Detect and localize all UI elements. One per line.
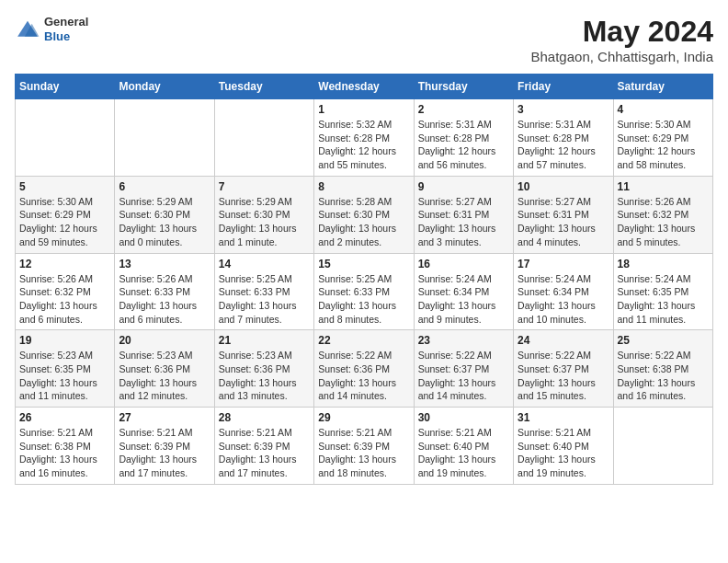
- logo-blue-text: Blue: [44, 29, 88, 44]
- day-info: Sunrise: 5:31 AMSunset: 6:28 PMDaylight:…: [518, 118, 609, 172]
- calendar-cell: 30Sunrise: 5:21 AMSunset: 6:40 PMDayligh…: [414, 408, 513, 485]
- calendar-week-4: 19Sunrise: 5:23 AMSunset: 6:35 PMDayligh…: [16, 330, 713, 408]
- calendar-cell: 4Sunrise: 5:30 AMSunset: 6:29 PMDaylight…: [613, 99, 712, 177]
- calendar-week-5: 26Sunrise: 5:21 AMSunset: 6:38 PMDayligh…: [16, 408, 713, 485]
- day-number: 10: [518, 180, 609, 193]
- day-info: Sunrise: 5:21 AMSunset: 6:40 PMDaylight:…: [418, 426, 509, 480]
- weekday-header-row: SundayMondayTuesdayWednesdayThursdayFrid…: [16, 75, 713, 99]
- day-info: Sunrise: 5:21 AMSunset: 6:40 PMDaylight:…: [518, 426, 609, 480]
- logo-general-text: General: [44, 15, 88, 29]
- calendar-cell: 7Sunrise: 5:29 AMSunset: 6:30 PMDaylight…: [214, 176, 313, 253]
- calendar-cell: 13Sunrise: 5:26 AMSunset: 6:33 PMDayligh…: [115, 253, 214, 330]
- day-number: 13: [119, 258, 210, 270]
- day-info: Sunrise: 5:25 AMSunset: 6:33 PMDaylight:…: [219, 272, 310, 327]
- logo-text: General Blue: [44, 15, 88, 43]
- logo-icon: [15, 17, 40, 42]
- calendar-cell: 20Sunrise: 5:23 AMSunset: 6:36 PMDayligh…: [115, 330, 214, 408]
- calendar-cell: 22Sunrise: 5:22 AMSunset: 6:36 PMDayligh…: [314, 330, 414, 408]
- weekday-header-sunday: Sunday: [16, 75, 115, 99]
- day-info: Sunrise: 5:27 AMSunset: 6:31 PMDaylight:…: [518, 195, 609, 249]
- title-section: May 2024 Bhatgaon, Chhattisgarh, India: [531, 15, 713, 64]
- day-number: 20: [119, 334, 210, 347]
- day-info: Sunrise: 5:23 AMSunset: 6:35 PMDaylight:…: [19, 349, 110, 403]
- calendar-cell: 14Sunrise: 5:25 AMSunset: 6:33 PMDayligh…: [214, 253, 313, 330]
- day-number: 30: [418, 411, 509, 424]
- day-number: 23: [418, 334, 509, 347]
- day-number: 4: [618, 103, 709, 116]
- calendar-cell: [115, 99, 214, 177]
- day-info: Sunrise: 5:22 AMSunset: 6:37 PMDaylight:…: [418, 349, 509, 403]
- day-number: 18: [618, 258, 709, 270]
- day-info: Sunrise: 5:22 AMSunset: 6:37 PMDaylight:…: [518, 349, 609, 403]
- weekday-header-friday: Friday: [514, 75, 613, 99]
- calendar-cell: 27Sunrise: 5:21 AMSunset: 6:39 PMDayligh…: [115, 408, 214, 485]
- day-number: 24: [518, 334, 609, 347]
- calendar-cell: 9Sunrise: 5:27 AMSunset: 6:31 PMDaylight…: [414, 176, 513, 253]
- calendar-cell: [214, 99, 313, 177]
- calendar-cell: 12Sunrise: 5:26 AMSunset: 6:32 PMDayligh…: [16, 253, 115, 330]
- day-info: Sunrise: 5:22 AMSunset: 6:38 PMDaylight:…: [618, 349, 709, 403]
- calendar-cell: 17Sunrise: 5:24 AMSunset: 6:34 PMDayligh…: [514, 253, 613, 330]
- day-number: 15: [318, 258, 409, 270]
- day-number: 8: [318, 180, 409, 193]
- day-number: 11: [618, 180, 709, 193]
- calendar-week-1: 1Sunrise: 5:32 AMSunset: 6:28 PMDaylight…: [16, 99, 713, 177]
- day-info: Sunrise: 5:23 AMSunset: 6:36 PMDaylight:…: [219, 349, 310, 403]
- weekday-header-wednesday: Wednesday: [314, 75, 414, 99]
- calendar-body: 1Sunrise: 5:32 AMSunset: 6:28 PMDaylight…: [16, 99, 713, 485]
- logo: General Blue: [15, 15, 88, 43]
- calendar-week-2: 5Sunrise: 5:30 AMSunset: 6:29 PMDaylight…: [16, 176, 713, 253]
- day-info: Sunrise: 5:25 AMSunset: 6:33 PMDaylight:…: [318, 272, 409, 327]
- location: Bhatgaon, Chhattisgarh, India: [531, 49, 713, 64]
- calendar-cell: [613, 408, 712, 485]
- month-title: May 2024: [531, 15, 713, 49]
- day-info: Sunrise: 5:24 AMSunset: 6:35 PMDaylight:…: [618, 272, 709, 327]
- day-number: 19: [19, 334, 110, 347]
- calendar-cell: 8Sunrise: 5:28 AMSunset: 6:30 PMDaylight…: [314, 176, 414, 253]
- calendar-cell: 5Sunrise: 5:30 AMSunset: 6:29 PMDaylight…: [16, 176, 115, 253]
- weekday-header-thursday: Thursday: [414, 75, 513, 99]
- day-info: Sunrise: 5:27 AMSunset: 6:31 PMDaylight:…: [418, 195, 509, 249]
- calendar-cell: 19Sunrise: 5:23 AMSunset: 6:35 PMDayligh…: [16, 330, 115, 408]
- calendar-cell: 3Sunrise: 5:31 AMSunset: 6:28 PMDaylight…: [514, 99, 613, 177]
- calendar-cell: 6Sunrise: 5:29 AMSunset: 6:30 PMDaylight…: [115, 176, 214, 253]
- day-number: 17: [518, 258, 609, 270]
- calendar-cell: 26Sunrise: 5:21 AMSunset: 6:38 PMDayligh…: [16, 408, 115, 485]
- day-number: 9: [418, 180, 509, 193]
- calendar-cell: 24Sunrise: 5:22 AMSunset: 6:37 PMDayligh…: [514, 330, 613, 408]
- calendar-cell: 28Sunrise: 5:21 AMSunset: 6:39 PMDayligh…: [214, 408, 313, 485]
- calendar-cell: 11Sunrise: 5:26 AMSunset: 6:32 PMDayligh…: [613, 176, 712, 253]
- day-info: Sunrise: 5:31 AMSunset: 6:28 PMDaylight:…: [418, 118, 509, 172]
- day-info: Sunrise: 5:21 AMSunset: 6:39 PMDaylight:…: [219, 426, 310, 480]
- day-number: 28: [219, 411, 310, 424]
- day-number: 12: [19, 258, 110, 270]
- day-info: Sunrise: 5:21 AMSunset: 6:39 PMDaylight:…: [119, 426, 210, 480]
- day-info: Sunrise: 5:22 AMSunset: 6:36 PMDaylight:…: [318, 349, 409, 403]
- calendar-table: SundayMondayTuesdayWednesdayThursdayFrid…: [15, 74, 713, 485]
- calendar-header: SundayMondayTuesdayWednesdayThursdayFrid…: [16, 75, 713, 99]
- day-info: Sunrise: 5:23 AMSunset: 6:36 PMDaylight:…: [119, 349, 210, 403]
- weekday-header-tuesday: Tuesday: [214, 75, 313, 99]
- weekday-header-monday: Monday: [115, 75, 214, 99]
- calendar-cell: 2Sunrise: 5:31 AMSunset: 6:28 PMDaylight…: [414, 99, 513, 177]
- day-info: Sunrise: 5:24 AMSunset: 6:34 PMDaylight:…: [418, 272, 509, 327]
- calendar-cell: 10Sunrise: 5:27 AMSunset: 6:31 PMDayligh…: [514, 176, 613, 253]
- calendar-cell: 23Sunrise: 5:22 AMSunset: 6:37 PMDayligh…: [414, 330, 513, 408]
- day-number: 29: [318, 411, 409, 424]
- day-number: 25: [618, 334, 709, 347]
- calendar-cell: 25Sunrise: 5:22 AMSunset: 6:38 PMDayligh…: [613, 330, 712, 408]
- day-number: 26: [19, 411, 110, 424]
- calendar-cell: 21Sunrise: 5:23 AMSunset: 6:36 PMDayligh…: [214, 330, 313, 408]
- calendar-week-3: 12Sunrise: 5:26 AMSunset: 6:32 PMDayligh…: [16, 253, 713, 330]
- page-header: General Blue May 2024 Bhatgaon, Chhattis…: [15, 15, 713, 64]
- day-number: 5: [19, 180, 110, 193]
- day-number: 22: [318, 334, 409, 347]
- calendar-cell: 16Sunrise: 5:24 AMSunset: 6:34 PMDayligh…: [414, 253, 513, 330]
- day-number: 2: [418, 103, 509, 116]
- day-info: Sunrise: 5:24 AMSunset: 6:34 PMDaylight:…: [518, 272, 609, 327]
- calendar-cell: [16, 99, 115, 177]
- calendar-cell: 1Sunrise: 5:32 AMSunset: 6:28 PMDaylight…: [314, 99, 414, 177]
- day-info: Sunrise: 5:26 AMSunset: 6:32 PMDaylight:…: [618, 195, 709, 249]
- day-number: 1: [318, 103, 409, 116]
- day-number: 3: [518, 103, 609, 116]
